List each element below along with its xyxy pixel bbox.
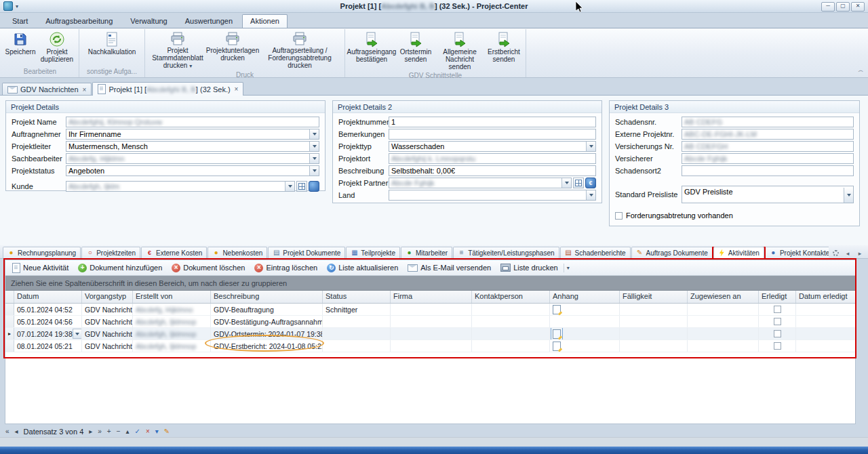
eintrag-löschen-button[interactable]: Eintrag löschen <box>250 262 321 274</box>
table-row[interactable]: 05.01.2024 04:52GDV NachrichtAbcdefg, Hi… <box>5 304 855 316</box>
bemerkungen-input[interactable] <box>389 129 596 140</box>
dokument-löschen-button[interactable]: Dokument löschen <box>167 262 249 274</box>
tab-projekt-kontakte[interactable]: Projekt Kontakte <box>765 247 829 258</box>
chevron-down-icon[interactable] <box>309 166 319 176</box>
tab-projektzeiten[interactable]: Projektzeiten <box>81 247 140 258</box>
externe-projektnr-input[interactable]: ABC-DE-FGHI-JK-LM <box>682 129 854 140</box>
projektort-input[interactable]: Abcdefghij k. Lmnopqrstu <box>389 153 596 164</box>
nav-edit-button[interactable]: ▴ <box>126 428 130 435</box>
standard-preisliste-select[interactable]: GDV Preisliste <box>682 186 854 203</box>
minimize-button[interactable]: ─ <box>821 2 835 12</box>
table-row[interactable]: 08.01.2024 05:21GDV NachrichtAbcdefgh, I… <box>5 340 855 352</box>
ribbon-tab-start[interactable]: Start <box>4 14 36 28</box>
schadensnr-input[interactable]: AB CDEFG <box>682 117 854 127</box>
nav-next-button[interactable]: ▸ <box>89 428 92 435</box>
chevron-down-icon[interactable] <box>309 154 319 163</box>
column-header-firma[interactable]: Firma <box>391 291 472 303</box>
land-select[interactable] <box>389 190 596 201</box>
column-header-datum[interactable]: Datum <box>14 291 82 303</box>
chevron-down-icon[interactable] <box>844 188 853 203</box>
chevron-down-icon[interactable] <box>285 182 294 191</box>
column-header-beschreibung[interactable]: Beschreibung <box>211 291 323 303</box>
chevron-down-icon[interactable] <box>73 329 82 339</box>
auftragnehmer-select[interactable]: Ihr Firmenname <box>66 129 319 140</box>
ribbon-tab-verwaltung[interactable]: Verwaltung <box>122 14 175 28</box>
nav-filter-icon[interactable]: ▾ <box>155 428 159 435</box>
attachment-icon[interactable] <box>553 342 561 351</box>
close-button[interactable]: ✕ <box>851 2 865 12</box>
tab-schadenberichte[interactable]: Schadenberichte <box>560 247 631 258</box>
chevron-down-icon[interactable] <box>309 142 319 151</box>
projektstatus-select[interactable]: Angeboten <box>66 165 319 176</box>
projektnummer-input[interactable]: 1 <box>389 117 596 127</box>
beschreibung-input[interactable]: Selbstbehalt: 0,00€ <box>389 165 596 176</box>
doc-tab-projekt[interactable]: Projekt [1] [Abcdefghi B, B] (32 Sek.) × <box>92 82 243 96</box>
attachment-icon[interactable] <box>553 305 561 314</box>
column-header-zugewiesen-an[interactable]: Zugewiesen an <box>688 291 759 303</box>
kunde-open-button[interactable] <box>309 181 319 192</box>
chevron-down-icon[interactable] <box>586 190 595 200</box>
column-header-vorgangstyp[interactable]: Vorgangstyp <box>82 291 133 303</box>
tab-rechnungsplanung[interactable]: Rechnungsplanung <box>3 247 81 258</box>
nav-cancel-button[interactable]: × <box>146 428 150 435</box>
close-tab-icon[interactable]: × <box>235 85 239 93</box>
tab-scroll-right-icon[interactable]: ▸ <box>854 248 865 258</box>
column-header-erledigt[interactable]: Erledigt <box>759 291 796 303</box>
erledigt-checkbox[interactable] <box>774 306 781 313</box>
forderungsabtretung-checkbox[interactable] <box>615 212 623 220</box>
projektunterlagen-drucken-button[interactable]: Projektunterlagen drucken <box>208 30 257 71</box>
kunde-select[interactable]: Abcdefgh, Ijklm <box>66 181 295 192</box>
ribbon-tab-auftragsbearbeitung[interactable]: Auftragsbearbeitung <box>37 14 121 28</box>
partner-euro-button[interactable]: € <box>585 178 596 188</box>
erledigt-checkbox[interactable] <box>774 342 781 350</box>
column-header-status[interactable]: Status <box>323 291 391 303</box>
als-e-mail-versenden-button[interactable]: Als E-Mail versenden <box>403 262 495 273</box>
projekt-duplizieren-button[interactable]: Projekt duplizieren <box>37 30 77 68</box>
chevron-down-icon[interactable] <box>309 129 319 139</box>
nav-append-button[interactable]: + <box>107 428 111 435</box>
tab-auftrags-dokumente[interactable]: Auftrags Dokumente <box>631 247 713 258</box>
liste-drucken-button[interactable]: Liste drucken <box>496 262 561 273</box>
projekttyp-select[interactable]: Wasserschaden <box>389 141 596 152</box>
projekt-name-input[interactable]: Abcdefghij, Klmnop Qrstuvw <box>66 117 319 127</box>
projekt-partner-select[interactable]: Abcde Fghijk <box>389 178 572 188</box>
column-header-fälligkeit[interactable]: Fälligkeit <box>620 291 688 303</box>
chevron-down-icon[interactable] <box>561 178 571 188</box>
table-row[interactable]: ▸07.01.2024 19:38GDV NachrichtAbcdefgh, … <box>5 328 855 340</box>
chevron-down-icon[interactable]: ▾ <box>564 264 572 272</box>
versicherungsnr-input[interactable]: AB CDEFGH <box>682 141 854 152</box>
tab-teilprojekte[interactable]: Teilprojekte <box>346 247 400 258</box>
versicherer-input[interactable]: Abcde Fghijk <box>682 153 854 164</box>
nav-first-button[interactable]: « <box>5 428 9 435</box>
nachkalkulation-button[interactable]: Nachkalkulation <box>81 30 142 68</box>
attachment-icon[interactable] <box>553 329 561 339</box>
nav-delete-button[interactable]: − <box>117 428 121 435</box>
tab-aktivitäten[interactable]: Aktivitäten <box>713 247 764 258</box>
tab-nebenkosten[interactable]: Nebenkosten <box>208 247 267 258</box>
nav-post-button[interactable]: ✓ <box>135 428 140 435</box>
close-tab-icon[interactable]: × <box>83 86 87 94</box>
schadensort2-input[interactable] <box>682 165 854 176</box>
column-header-erstellt-von[interactable]: Erstellt von <box>133 291 211 303</box>
ribbon-tab-aktionen[interactable]: Aktionen <box>242 14 288 28</box>
ribbon-collapse-icon[interactable]: ︿ <box>858 67 864 73</box>
doc-tab-gdv-nachrichten[interactable]: GDV Nachrichten × <box>2 83 92 96</box>
kunde-details-button[interactable] <box>296 181 307 192</box>
neue-aktivität-button[interactable]: Neue Aktivität <box>8 262 73 274</box>
speichern-button[interactable]: Speichern <box>3 30 37 68</box>
nav-last-button[interactable]: » <box>98 428 102 435</box>
erledigt-checkbox[interactable] <box>774 330 781 337</box>
allgemeine-nachricht-senden-button[interactable]: Allgemeine Nachricht senden <box>435 30 484 72</box>
column-header-anhang[interactable]: Anhang <box>550 291 620 303</box>
partner-details-button[interactable] <box>573 178 584 188</box>
chevron-down-icon[interactable] <box>586 142 595 151</box>
auftragseingang-bestaetigen-button[interactable]: Auftragseingang bestätigen <box>347 30 396 72</box>
sachbearbeiter-select[interactable]: Abcdefg, Hijklmn <box>66 153 319 164</box>
ribbon-tab-auswertungen[interactable]: Auswertungen <box>177 14 241 28</box>
projektleiter-select[interactable]: Mustermensch, Mensch <box>66 141 319 152</box>
nav-previous-button[interactable]: ◂ <box>15 428 18 435</box>
auftragserteilung-drucken-button[interactable]: Auftragserteilung / Forderungsabtretung … <box>257 30 342 71</box>
erledigt-checkbox[interactable] <box>774 318 781 325</box>
table-row[interactable]: 05.01.2024 04:56GDV NachrichtAbcdefgh, I… <box>5 316 855 328</box>
tab-externe-kosten[interactable]: Externe Kosten <box>141 247 207 258</box>
